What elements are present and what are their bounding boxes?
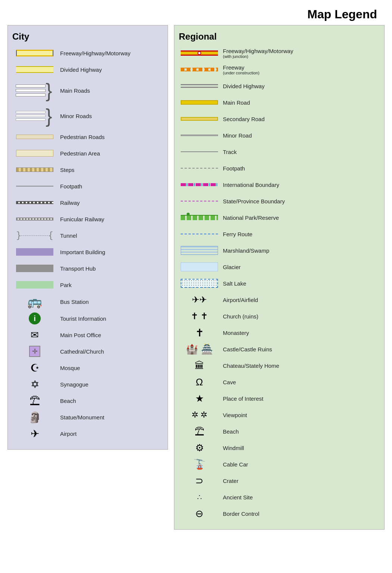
pedestrian-road-symbol xyxy=(12,135,57,139)
list-item: ⊖ Border Control xyxy=(179,507,380,520)
list-item: ✡ Synagogue xyxy=(12,378,163,391)
list-item: Divided Highway xyxy=(179,79,380,93)
reg-church-label: Church (ruins) xyxy=(220,313,258,320)
reg-airport-label: Airport/Airfield xyxy=(220,297,258,303)
divided-label: Divided Highway xyxy=(57,67,102,73)
list-item: ✈ Airport xyxy=(12,427,163,440)
reg-intl-label: International Boundary xyxy=(220,182,279,188)
city-section-title: City xyxy=(12,31,163,42)
steps-label: Steps xyxy=(57,167,74,173)
divided-symbol xyxy=(12,66,57,73)
reg-intl-symbol xyxy=(179,183,220,186)
list-item: ⛱ Beach xyxy=(179,425,380,438)
list-item: ☪ Mosque xyxy=(12,361,163,375)
main-roads-symbol: } xyxy=(12,81,57,100)
cathedral-icon: ✛ xyxy=(12,346,57,357)
reg-glacier-symbol xyxy=(179,262,220,271)
reg-viewpoint-icon: ✲ ✲ xyxy=(179,410,220,420)
reg-airport-icon: ✈✈ xyxy=(179,295,220,305)
list-item: i Tourist Information xyxy=(12,312,163,325)
beach-city-label: Beach xyxy=(57,398,76,404)
list-item: 🗿 Statue/Monument xyxy=(12,410,163,424)
important-building-symbol xyxy=(12,248,57,256)
list-item: ★ Place of Interest xyxy=(179,392,380,405)
list-item: Ω Cave xyxy=(179,375,380,389)
reg-chateau-label: Chateau/Stately Home xyxy=(220,363,279,369)
reg-place-icon: ★ xyxy=(179,393,220,404)
list-item: Track xyxy=(179,145,380,158)
tunnel-label: Tunnel xyxy=(57,232,77,239)
park-label: Park xyxy=(57,282,72,288)
minor-roads-symbol: } xyxy=(12,106,57,126)
bus-icon: 🚌 xyxy=(12,295,57,309)
statue-label: Statue/Monument xyxy=(57,414,104,420)
statue-icon: 🗿 xyxy=(12,411,57,423)
reg-cable-car-icon: 🚡 xyxy=(179,459,220,470)
list-item: ✛ Cathedral/Church xyxy=(12,345,163,358)
freeway-label: Freeway/Highway/Motorway xyxy=(57,50,130,56)
city-column: City Freeway/Highway/Motorway Divided Hi… xyxy=(7,25,168,450)
reg-divided-label: Divided Highway xyxy=(220,83,265,89)
list-item: National Park/Reserve xyxy=(179,211,380,224)
reg-monastery-label: Monastery xyxy=(220,330,249,336)
list-item: Minor Road xyxy=(179,129,380,142)
reg-cable-car-label: Cable Car xyxy=(220,461,248,468)
list-item: State/Province Boundary xyxy=(179,194,380,208)
reg-state-label: State/Province Boundary xyxy=(220,198,285,204)
airport-city-label: Airport xyxy=(57,431,77,437)
reg-salt-lake-label: Salt Lake xyxy=(220,280,246,287)
reg-divided-symbol xyxy=(179,84,220,88)
list-item: Pedestrian Roads xyxy=(12,130,163,144)
reg-ferry-symbol xyxy=(179,234,220,234)
reg-beach-icon: ⛱ xyxy=(179,426,220,437)
list-item: Transport Hub xyxy=(12,262,163,275)
list-item: ✲ ✲ Viewpoint xyxy=(179,408,380,422)
reg-viewpoint-label: Viewpoint xyxy=(220,412,247,418)
reg-monastery-icon: ✝ xyxy=(179,327,220,339)
reg-border-label: Border Control xyxy=(220,511,259,517)
park-symbol xyxy=(12,281,57,289)
important-building-label: Important Building xyxy=(57,249,105,255)
mosque-label: Mosque xyxy=(57,365,80,371)
list-item: Footpath xyxy=(12,179,163,193)
reg-border-icon: ⊖ xyxy=(179,508,220,520)
tourist-info-label: Tourist Information xyxy=(57,315,106,322)
reg-freeway-label: Freeway/Highway/Motorway (with junction) xyxy=(220,48,293,59)
reg-church-icon: ✝ ✝ xyxy=(179,311,220,321)
steps-symbol xyxy=(12,167,57,172)
list-item: 🏛 Chateau/Stately Home xyxy=(179,359,380,372)
reg-crater-label: Crater xyxy=(220,478,239,484)
list-item: 🏰 🏯 Castle/Castle Ruins xyxy=(179,342,380,356)
reg-national-park-label: National Park/Reserve xyxy=(220,215,279,221)
minor-roads-label: Minor Roads xyxy=(57,113,92,119)
page-title: Map Legend xyxy=(7,7,385,21)
main-roads-label: Main Roads xyxy=(57,87,90,94)
tourist-info-icon: i xyxy=(12,312,57,324)
reg-castle-label: Castle/Castle Ruins xyxy=(220,346,272,352)
reg-windmill-label: Windmill xyxy=(220,445,244,451)
list-item: ⛱ Beach xyxy=(12,394,163,407)
list-item: Freeway/Highway/Motorway xyxy=(12,46,163,60)
reg-place-label: Place of Interest xyxy=(220,395,263,402)
reg-windmill-icon: ⚙ xyxy=(179,442,220,454)
reg-marsh-label: Marshland/Swamp xyxy=(220,247,269,254)
transport-hub-symbol xyxy=(12,265,57,272)
regional-column: Regional Freeway/Highway/Motorway (with … xyxy=(174,25,385,530)
list-item: Ferry Route xyxy=(179,227,380,241)
reg-minor-label: Minor Road xyxy=(220,132,252,139)
list-item: Footpath xyxy=(179,161,380,175)
post-office-icon: ✉ xyxy=(12,329,57,341)
reg-freeway-symbol xyxy=(179,50,220,56)
reg-track-symbol xyxy=(179,151,220,152)
list-item: Freeway/Highway/Motorway (with junction) xyxy=(179,46,380,60)
railway-label: Railway xyxy=(57,200,80,206)
reg-national-park-symbol xyxy=(179,215,220,220)
list-item: ∴ Ancient Site xyxy=(179,490,380,504)
reg-cave-label: Cave xyxy=(220,379,236,385)
list-item: Freeway (under construction) xyxy=(179,63,380,76)
reg-marsh-symbol xyxy=(179,246,220,255)
reg-ancient-label: Ancient Site xyxy=(220,494,253,500)
reg-crater-icon: ⊃ xyxy=(179,475,220,487)
synagogue-label: Synagogue xyxy=(57,381,88,388)
reg-chateau-icon: 🏛 xyxy=(179,360,220,372)
